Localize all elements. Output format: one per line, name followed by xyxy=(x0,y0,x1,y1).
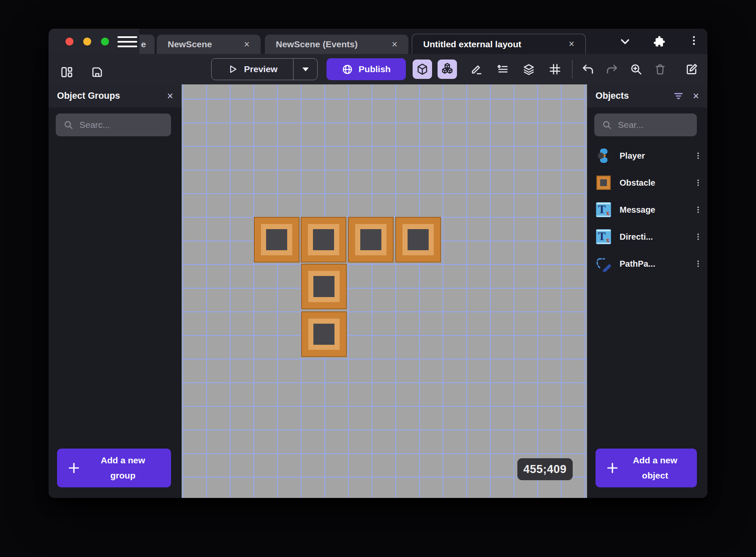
objects-panel: Objects × xyxy=(587,84,707,498)
add-object-label-line2: object xyxy=(619,468,691,483)
object-groups-title: Object Groups xyxy=(57,91,120,101)
object-menu-dots-icon[interactable] xyxy=(694,260,702,268)
objects-search[interactable] xyxy=(594,114,697,136)
text-object-icon: Tx xyxy=(596,229,612,245)
object-menu-dots-icon[interactable] xyxy=(694,178,702,187)
titlebar: e NewScene × NewScene (Events) × Untitle… xyxy=(49,29,707,54)
preview-dropdown-button[interactable] xyxy=(293,59,317,80)
object-menu-dots-icon[interactable] xyxy=(694,233,702,241)
object-name: Directi... xyxy=(620,232,686,242)
play-icon xyxy=(227,64,238,75)
object-groups-header: Object Groups × xyxy=(49,84,182,108)
object-name: PathPa... xyxy=(620,259,686,269)
maximize-window-traffic-light[interactable] xyxy=(101,38,109,46)
add-object-button[interactable]: Add a new object xyxy=(596,449,697,487)
open-panels-layout-icon[interactable] xyxy=(57,62,76,82)
tab-strip: e NewScene × NewScene (Events) × Untitle… xyxy=(139,35,586,54)
path-paint-icon xyxy=(596,256,612,272)
objects-list: Player Obstacle Tx Message xyxy=(587,142,707,277)
layers-icon[interactable] xyxy=(519,59,538,79)
gdevelop-window: e NewScene × NewScene (Events) × Untitle… xyxy=(49,29,707,498)
object-menu-dots-icon[interactable] xyxy=(694,151,702,160)
tab-untitled-external-layout[interactable]: Untitled external layout × xyxy=(412,34,586,54)
publish-label: Publish xyxy=(359,64,391,74)
player-icon xyxy=(596,148,612,164)
object-name: Player xyxy=(620,151,686,161)
obstacle-instance[interactable] xyxy=(348,217,394,262)
cursor-coordinates-badge: 455;409 xyxy=(517,458,573,480)
tab-close-icon[interactable]: × xyxy=(569,39,574,49)
close-icon[interactable]: × xyxy=(693,91,699,101)
redo-icon[interactable] xyxy=(602,59,622,79)
tab-label: NewScene (Events) xyxy=(276,39,358,49)
publish-button[interactable]: Publish xyxy=(326,58,406,80)
tab-close-icon[interactable]: × xyxy=(392,40,397,49)
main-menu-hamburger-icon[interactable] xyxy=(117,36,137,47)
obstacle-instance[interactable] xyxy=(301,217,346,262)
object-groups-search[interactable] xyxy=(56,114,171,136)
undo-icon[interactable] xyxy=(578,59,598,79)
object-name: Message xyxy=(620,205,686,215)
object-row-obstacle[interactable]: Obstacle xyxy=(587,169,707,196)
toolbar-divider xyxy=(572,60,573,78)
tab-label: Untitled external layout xyxy=(423,39,521,49)
grid-icon[interactable] xyxy=(545,59,565,79)
plus-icon xyxy=(67,461,81,475)
add-group-label-line1: Add a new xyxy=(81,453,165,468)
obstacle-instance[interactable] xyxy=(395,217,441,262)
tab-label: e xyxy=(141,39,146,49)
object-row-pathpaint[interactable]: PathPa... xyxy=(587,250,707,277)
object-menu-dots-icon[interactable] xyxy=(694,205,702,214)
objects-title: Objects xyxy=(596,91,629,101)
tab-label: NewScene xyxy=(168,39,212,49)
preview-button[interactable]: Preview xyxy=(211,58,318,80)
pencil-edit-icon[interactable] xyxy=(467,59,486,79)
edit-object-cube-icon[interactable] xyxy=(413,59,432,79)
save-icon[interactable] xyxy=(87,62,107,82)
close-window-traffic-light[interactable] xyxy=(65,38,73,46)
text-object-icon: Tx xyxy=(596,202,612,218)
object-groups-panel: Object Groups × Add a new group xyxy=(49,84,182,498)
objects-search-input[interactable] xyxy=(618,120,691,130)
tab-close-icon[interactable]: × xyxy=(244,40,250,49)
instances-list-icon[interactable] xyxy=(493,59,512,79)
add-instances-cubes-icon[interactable] xyxy=(438,59,457,79)
search-icon xyxy=(63,120,73,130)
tab-newscene[interactable]: NewScene × xyxy=(157,35,261,54)
filter-icon[interactable] xyxy=(673,90,684,102)
search-icon xyxy=(602,120,612,130)
add-group-button[interactable]: Add a new group xyxy=(57,449,171,487)
obstacle-instance[interactable] xyxy=(254,217,299,262)
extensions-puzzle-icon[interactable] xyxy=(653,35,666,48)
globe-icon xyxy=(342,64,353,75)
delete-trash-icon[interactable] xyxy=(650,59,670,79)
more-options-dots-icon[interactable] xyxy=(688,35,700,46)
edit-scene-properties-icon[interactable] xyxy=(682,59,702,79)
scene-canvas[interactable]: 455;409 xyxy=(182,84,587,498)
tab-newscene-events[interactable]: NewScene (Events) × xyxy=(265,35,408,54)
object-row-directions[interactable]: Tx Directi... xyxy=(587,223,707,250)
object-name: Obstacle xyxy=(620,178,686,188)
preview-label: Preview xyxy=(244,64,277,74)
object-row-message[interactable]: Tx Message xyxy=(587,196,707,223)
object-row-player[interactable]: Player xyxy=(587,142,707,169)
obstacle-icon xyxy=(596,175,612,191)
add-group-label-line2: group xyxy=(81,468,165,483)
obstacle-instance[interactable] xyxy=(301,264,347,309)
zoom-in-icon[interactable] xyxy=(626,59,646,79)
tab-clipped[interactable]: e xyxy=(139,35,155,54)
close-icon[interactable]: × xyxy=(167,91,173,101)
minimize-window-traffic-light[interactable] xyxy=(83,38,91,46)
object-groups-search-input[interactable] xyxy=(79,120,165,130)
main-content: Object Groups × Add a new group xyxy=(49,84,707,498)
objects-header: Objects × xyxy=(587,84,707,108)
toolbar: Preview Publish xyxy=(49,54,707,84)
obstacle-instance[interactable] xyxy=(301,311,347,357)
plus-icon xyxy=(606,461,619,475)
chevron-down-icon[interactable] xyxy=(618,35,632,48)
add-object-label-line1: Add a new xyxy=(619,453,691,468)
